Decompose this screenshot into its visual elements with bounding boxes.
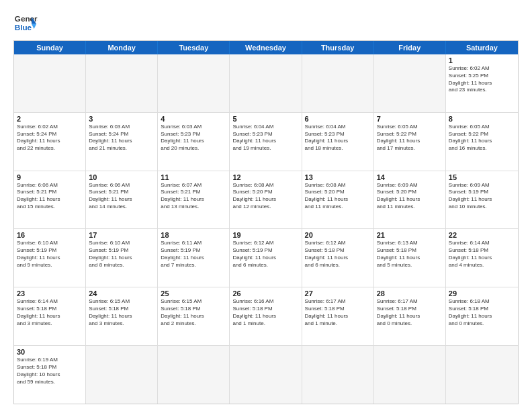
calendar-row-5: 30Sunrise: 6:19 AM Sunset: 5:18 PM Dayli… xyxy=(14,345,518,404)
day-number: 17 xyxy=(89,231,154,239)
empty-cell-0-3 xyxy=(230,54,302,112)
empty-cell-0-0 xyxy=(14,54,86,112)
day-number: 1 xyxy=(449,56,515,64)
day-info: Sunrise: 6:10 AM Sunset: 5:19 PM Dayligh… xyxy=(17,240,83,269)
day-info: Sunrise: 6:06 AM Sunset: 5:21 PM Dayligh… xyxy=(17,182,83,211)
day-number: 30 xyxy=(17,348,83,356)
calendar-header: SundayMondayTuesdayWednesdayThursdayFrid… xyxy=(14,41,518,54)
logo-icon: General Blue xyxy=(13,11,38,35)
day-cell-6: 6Sunrise: 6:04 AM Sunset: 5:23 PM Daylig… xyxy=(302,113,374,171)
empty-cell-0-5 xyxy=(374,54,446,112)
day-cell-2: 2Sunrise: 6:02 AM Sunset: 5:24 PM Daylig… xyxy=(14,113,86,171)
day-cell-19: 19Sunrise: 6:12 AM Sunset: 5:19 PM Dayli… xyxy=(230,229,302,287)
day-cell-25: 25Sunrise: 6:15 AM Sunset: 5:18 PM Dayli… xyxy=(158,287,230,345)
day-number: 21 xyxy=(377,231,443,239)
day-number: 20 xyxy=(305,231,371,239)
day-info: Sunrise: 6:09 AM Sunset: 5:19 PM Dayligh… xyxy=(449,182,515,211)
day-cell-23: 23Sunrise: 6:14 AM Sunset: 5:18 PM Dayli… xyxy=(14,287,86,345)
day-info: Sunrise: 6:14 AM Sunset: 5:18 PM Dayligh… xyxy=(17,298,83,327)
day-number: 26 xyxy=(232,289,298,298)
day-cell-10: 10Sunrise: 6:06 AM Sunset: 5:21 PM Dayli… xyxy=(86,171,158,229)
day-number: 13 xyxy=(305,173,371,181)
empty-cell-5-5 xyxy=(374,346,446,404)
empty-cell-5-2 xyxy=(158,346,230,404)
header: General Blue xyxy=(13,11,519,35)
day-info: Sunrise: 6:09 AM Sunset: 5:20 PM Dayligh… xyxy=(377,182,443,211)
day-info: Sunrise: 6:17 AM Sunset: 5:18 PM Dayligh… xyxy=(377,298,443,327)
day-info: Sunrise: 6:04 AM Sunset: 5:23 PM Dayligh… xyxy=(305,124,371,152)
day-info: Sunrise: 6:11 AM Sunset: 5:19 PM Dayligh… xyxy=(161,240,226,269)
empty-cell-0-2 xyxy=(158,54,230,112)
empty-cell-0-1 xyxy=(86,54,158,112)
day-info: Sunrise: 6:06 AM Sunset: 5:21 PM Dayligh… xyxy=(89,182,154,211)
day-info: Sunrise: 6:14 AM Sunset: 5:18 PM Dayligh… xyxy=(449,240,515,269)
logo: General Blue xyxy=(13,11,38,35)
day-number: 27 xyxy=(305,289,371,298)
day-info: Sunrise: 6:17 AM Sunset: 5:18 PM Dayligh… xyxy=(305,298,371,327)
day-cell-1: 1Sunrise: 6:02 AM Sunset: 5:25 PM Daylig… xyxy=(446,54,518,112)
day-number: 25 xyxy=(161,289,226,298)
day-cell-13: 13Sunrise: 6:08 AM Sunset: 5:20 PM Dayli… xyxy=(302,171,374,229)
day-number: 18 xyxy=(161,231,226,239)
day-cell-11: 11Sunrise: 6:07 AM Sunset: 5:21 PM Dayli… xyxy=(158,171,230,229)
empty-cell-5-6 xyxy=(446,346,518,404)
day-cell-4: 4Sunrise: 6:03 AM Sunset: 5:23 PM Daylig… xyxy=(158,113,230,171)
calendar-row-3: 16Sunrise: 6:10 AM Sunset: 5:19 PM Dayli… xyxy=(14,228,518,287)
day-header-monday: Monday xyxy=(86,41,158,54)
day-number: 12 xyxy=(232,173,298,181)
day-cell-29: 29Sunrise: 6:18 AM Sunset: 5:18 PM Dayli… xyxy=(446,287,518,345)
day-cell-7: 7Sunrise: 6:05 AM Sunset: 5:22 PM Daylig… xyxy=(374,113,446,171)
day-info: Sunrise: 6:15 AM Sunset: 5:18 PM Dayligh… xyxy=(161,298,226,327)
day-info: Sunrise: 6:02 AM Sunset: 5:24 PM Dayligh… xyxy=(17,124,83,152)
day-info: Sunrise: 6:04 AM Sunset: 5:23 PM Dayligh… xyxy=(232,124,298,152)
day-info: Sunrise: 6:07 AM Sunset: 5:21 PM Dayligh… xyxy=(161,182,226,211)
day-cell-18: 18Sunrise: 6:11 AM Sunset: 5:19 PM Dayli… xyxy=(158,229,230,287)
day-info: Sunrise: 6:19 AM Sunset: 5:18 PM Dayligh… xyxy=(17,357,83,385)
calendar-body: 1Sunrise: 6:02 AM Sunset: 5:25 PM Daylig… xyxy=(14,54,518,404)
day-cell-28: 28Sunrise: 6:17 AM Sunset: 5:18 PM Dayli… xyxy=(374,287,446,345)
day-cell-24: 24Sunrise: 6:15 AM Sunset: 5:18 PM Dayli… xyxy=(86,287,158,345)
day-number: 8 xyxy=(449,115,515,123)
day-cell-27: 27Sunrise: 6:17 AM Sunset: 5:18 PM Dayli… xyxy=(302,287,374,345)
empty-cell-0-4 xyxy=(302,54,374,112)
day-cell-9: 9Sunrise: 6:06 AM Sunset: 5:21 PM Daylig… xyxy=(14,171,86,229)
day-number: 14 xyxy=(377,173,443,181)
day-info: Sunrise: 6:08 AM Sunset: 5:20 PM Dayligh… xyxy=(305,182,371,211)
day-header-saturday: Saturday xyxy=(446,41,518,54)
day-cell-12: 12Sunrise: 6:08 AM Sunset: 5:20 PM Dayli… xyxy=(230,171,302,229)
day-cell-20: 20Sunrise: 6:12 AM Sunset: 5:18 PM Dayli… xyxy=(302,229,374,287)
day-info: Sunrise: 6:16 AM Sunset: 5:18 PM Dayligh… xyxy=(232,298,298,327)
day-cell-16: 16Sunrise: 6:10 AM Sunset: 5:19 PM Dayli… xyxy=(14,229,86,287)
day-info: Sunrise: 6:13 AM Sunset: 5:18 PM Dayligh… xyxy=(377,240,443,269)
day-info: Sunrise: 6:02 AM Sunset: 5:25 PM Dayligh… xyxy=(449,65,515,94)
calendar-row-4: 23Sunrise: 6:14 AM Sunset: 5:18 PM Dayli… xyxy=(14,287,518,345)
day-cell-30: 30Sunrise: 6:19 AM Sunset: 5:18 PM Dayli… xyxy=(14,346,86,404)
day-number: 22 xyxy=(449,231,515,239)
day-header-sunday: Sunday xyxy=(14,41,86,54)
day-header-wednesday: Wednesday xyxy=(230,41,302,54)
day-number: 7 xyxy=(377,115,443,123)
day-cell-5: 5Sunrise: 6:04 AM Sunset: 5:23 PM Daylig… xyxy=(230,113,302,171)
page: General Blue SundayMondayTuesdayWednesda… xyxy=(0,0,532,411)
empty-cell-5-3 xyxy=(230,346,302,404)
day-number: 11 xyxy=(161,173,226,181)
day-info: Sunrise: 6:12 AM Sunset: 5:19 PM Dayligh… xyxy=(232,240,298,269)
day-header-tuesday: Tuesday xyxy=(158,41,230,54)
day-number: 5 xyxy=(232,115,298,123)
svg-text:Blue: Blue xyxy=(15,23,32,32)
calendar-row-0: 1Sunrise: 6:02 AM Sunset: 5:25 PM Daylig… xyxy=(14,54,518,112)
day-number: 6 xyxy=(305,115,371,123)
day-cell-22: 22Sunrise: 6:14 AM Sunset: 5:18 PM Dayli… xyxy=(446,229,518,287)
day-info: Sunrise: 6:15 AM Sunset: 5:18 PM Dayligh… xyxy=(89,298,154,327)
day-number: 4 xyxy=(161,115,226,123)
svg-marker-3 xyxy=(32,24,36,29)
day-info: Sunrise: 6:18 AM Sunset: 5:18 PM Dayligh… xyxy=(449,298,515,327)
day-info: Sunrise: 6:05 AM Sunset: 5:22 PM Dayligh… xyxy=(377,124,443,152)
day-cell-17: 17Sunrise: 6:10 AM Sunset: 5:19 PM Dayli… xyxy=(86,229,158,287)
day-number: 9 xyxy=(17,173,83,181)
calendar: SundayMondayTuesdayWednesdayThursdayFrid… xyxy=(13,40,519,404)
day-cell-21: 21Sunrise: 6:13 AM Sunset: 5:18 PM Dayli… xyxy=(374,229,446,287)
day-number: 3 xyxy=(89,115,154,123)
day-cell-14: 14Sunrise: 6:09 AM Sunset: 5:20 PM Dayli… xyxy=(374,171,446,229)
day-number: 29 xyxy=(449,289,515,298)
